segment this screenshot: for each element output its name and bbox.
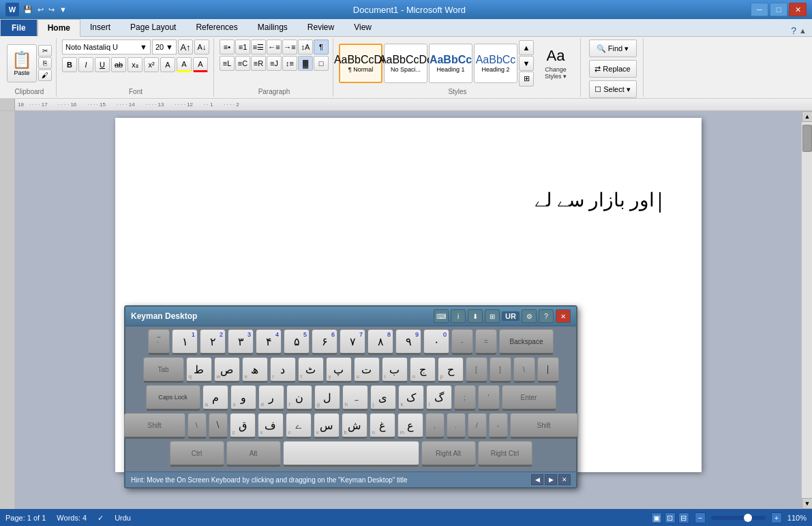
- font-name-box[interactable]: Noto Nastaliq U ▼: [62, 40, 151, 55]
- shading-btn[interactable]: ▓: [298, 56, 313, 71]
- key-b[interactable]: شb: [342, 413, 367, 439]
- zoom-slider[interactable]: [711, 516, 766, 520]
- justify-btn[interactable]: ≡J: [267, 56, 282, 71]
- cut-button[interactable]: ✂: [38, 45, 52, 57]
- replace-button[interactable]: ⇄ Replace: [589, 60, 637, 78]
- save-quick-btn[interactable]: 💾: [22, 4, 34, 16]
- key-shift-left[interactable]: Shift: [124, 413, 185, 439]
- print-layout-btn[interactable]: ▣: [651, 512, 662, 523]
- key-equals[interactable]: =: [475, 329, 497, 355]
- keyman-keyboard-icon[interactable]: ⌨: [434, 309, 449, 323]
- key-u[interactable]: تu: [354, 357, 380, 383]
- tab-references[interactable]: References: [186, 18, 247, 36]
- vertical-scrollbar[interactable]: ▲ ▼: [801, 111, 812, 509]
- decrease-indent-btn[interactable]: ←≡: [267, 40, 282, 55]
- more-quick-btn[interactable]: ▼: [58, 4, 68, 15]
- language-status[interactable]: Urdu: [115, 514, 131, 522]
- tab-page-layout[interactable]: Page Layout: [121, 18, 186, 36]
- key-comma[interactable]: ,: [425, 413, 445, 439]
- keyman-icon4[interactable]: ⊞: [485, 309, 500, 323]
- key-3[interactable]: 3۳: [228, 329, 254, 355]
- keyman-close-btn[interactable]: ✕: [556, 309, 571, 323]
- tab-mailings[interactable]: Mailings: [248, 18, 298, 36]
- bullets-btn[interactable]: ≡•: [220, 40, 235, 55]
- style-heading1[interactable]: AaBbCc Heading 1: [429, 44, 472, 83]
- key-8[interactable]: 8۸: [367, 329, 393, 355]
- help-btn[interactable]: ?: [791, 25, 796, 36]
- zoom-out-btn[interactable]: −: [695, 512, 706, 523]
- styles-scroll-down[interactable]: ▼: [519, 56, 534, 71]
- key-bracket-close[interactable]: ]: [490, 357, 511, 383]
- key-n[interactable]: غn: [370, 413, 395, 439]
- numbering-btn[interactable]: ≡1: [235, 40, 250, 55]
- key-1[interactable]: 1۱: [172, 329, 198, 355]
- zoom-thumb[interactable]: [744, 514, 752, 522]
- font-grow-btn[interactable]: A↑: [178, 40, 193, 55]
- key-q[interactable]: طq: [186, 357, 212, 383]
- tab-home[interactable]: Home: [37, 19, 80, 37]
- borders-btn[interactable]: □: [314, 56, 329, 71]
- tab-review[interactable]: Review: [298, 18, 344, 36]
- web-layout-btn[interactable]: ⊟: [678, 512, 689, 523]
- italic-button[interactable]: I: [78, 57, 93, 72]
- multi-level-btn[interactable]: ≡☰: [251, 40, 266, 55]
- styles-more-btn[interactable]: ⊞: [519, 72, 534, 87]
- tab-insert[interactable]: Insert: [80, 18, 121, 36]
- key-period[interactable]: .: [447, 413, 466, 439]
- styles-scroll-up[interactable]: ▲: [519, 40, 534, 55]
- tab-view[interactable]: View: [344, 18, 382, 36]
- style-no-spacing[interactable]: AaBbCcDc No Spaci...: [384, 44, 427, 83]
- copy-button[interactable]: ⎘: [38, 57, 52, 69]
- undo-quick-btn[interactable]: ↩: [36, 4, 45, 16]
- scroll-track[interactable]: [802, 122, 812, 498]
- key-tab[interactable]: Tab: [143, 357, 184, 383]
- key-l[interactable]: گl: [426, 385, 452, 411]
- maximize-btn[interactable]: □: [770, 3, 787, 16]
- font-size-box[interactable]: 20 ▼: [152, 40, 177, 55]
- tab-file[interactable]: File: [0, 19, 37, 37]
- key-h[interactable]: ہh: [342, 385, 368, 411]
- zoom-in-btn[interactable]: +: [771, 512, 782, 523]
- font-shrink-btn[interactable]: A↓: [194, 40, 209, 55]
- full-screen-btn[interactable]: ⊡: [665, 512, 676, 523]
- key-r[interactable]: دr: [270, 357, 296, 383]
- minimize-btn[interactable]: ─: [751, 3, 768, 16]
- hint-prev-btn[interactable]: ◀: [531, 474, 543, 485]
- key-2[interactable]: 2۲: [200, 329, 226, 355]
- text-highlight-button[interactable]: A: [177, 57, 192, 72]
- key-y[interactable]: پy: [326, 357, 352, 383]
- show-marks-btn[interactable]: ¶: [314, 40, 329, 55]
- superscript-button[interactable]: x²: [144, 57, 159, 72]
- scroll-up-btn[interactable]: ▲: [802, 111, 812, 122]
- key-v[interactable]: سv: [314, 413, 340, 439]
- keyman-icon2[interactable]: i: [451, 309, 466, 323]
- sort-btn[interactable]: ↕A: [298, 40, 313, 55]
- key-quote[interactable]: ': [478, 385, 500, 411]
- key-i[interactable]: بi: [382, 357, 408, 383]
- close-btn[interactable]: ✕: [789, 3, 807, 16]
- find-button[interactable]: 🔍 Find ▾: [589, 40, 637, 57]
- key-o[interactable]: جo: [410, 357, 436, 383]
- key-backtick[interactable]: ~`: [148, 329, 170, 355]
- spell-check-icon[interactable]: ✓: [97, 514, 104, 523]
- key-right-alt[interactable]: Right Alt: [421, 441, 476, 467]
- increase-indent-btn[interactable]: →≡: [282, 40, 297, 55]
- key-z[interactable]: قz: [230, 413, 256, 439]
- style-normal[interactable]: AaBbCcDc ¶ Normal: [339, 44, 382, 83]
- key-j[interactable]: یj: [370, 385, 396, 411]
- keyman-icon3[interactable]: ⬇: [468, 309, 483, 323]
- key-caps-lock[interactable]: Caps Lock: [146, 385, 200, 411]
- key-dash[interactable]: -: [489, 413, 508, 439]
- key-s[interactable]: وs: [230, 385, 256, 411]
- document-area[interactable]: اور بازار سے لے Keyman Desktop ⌨ i ⬇ ⊞ U…: [15, 111, 801, 509]
- align-right-btn[interactable]: ≡R: [251, 56, 266, 71]
- key-9[interactable]: 9۹: [395, 329, 421, 355]
- key-slash[interactable]: /: [468, 413, 487, 439]
- key-alt-left[interactable]: Alt: [226, 441, 281, 467]
- key-shift-extra1[interactable]: \: [187, 413, 207, 439]
- key-5[interactable]: 5۵: [284, 329, 310, 355]
- key-e[interactable]: ھe: [242, 357, 268, 383]
- paste-button[interactable]: 📋 Paste: [7, 44, 37, 82]
- align-left-btn[interactable]: ≡L: [220, 56, 235, 71]
- font-color-button[interactable]: A: [193, 57, 208, 72]
